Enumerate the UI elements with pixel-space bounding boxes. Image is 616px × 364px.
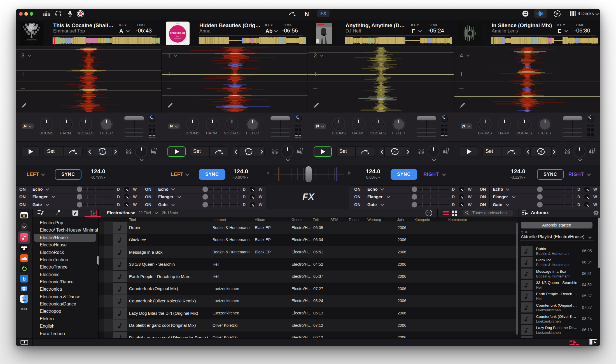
svg-text:4: 4 (102, 150, 103, 153)
svg-text:4: 4 (248, 150, 249, 153)
svg-text:SPEICHER 101: SPEICHER 101 (170, 32, 185, 34)
svg-text:4: 4 (394, 150, 396, 153)
svg-text:b: b (23, 276, 26, 282)
svg-text:4: 4 (540, 150, 542, 153)
